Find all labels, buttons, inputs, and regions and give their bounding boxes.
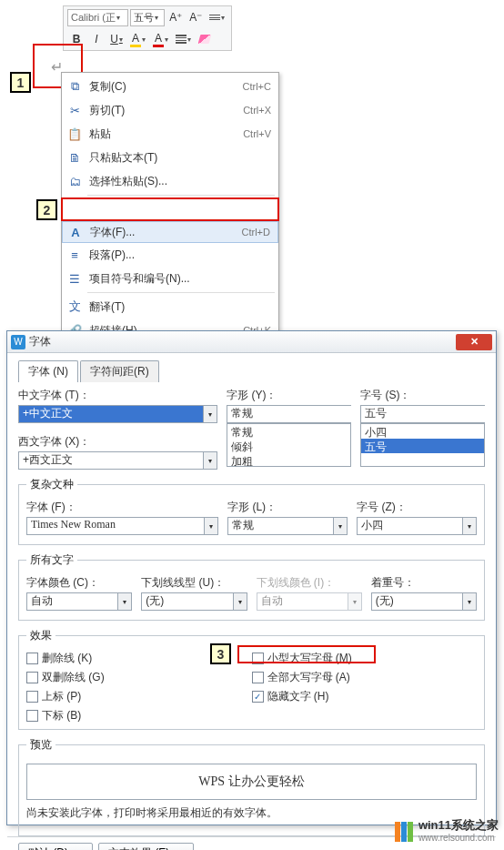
- watermark-logo-icon: [395, 822, 413, 842]
- allcaps-checkbox[interactable]: 全部大写字母 (A): [252, 670, 478, 685]
- underline-style-label: 下划线线型 (U)：: [141, 575, 247, 591]
- font-name-value: Calibri (正: [71, 11, 116, 25]
- font-a-icon: A: [68, 225, 83, 239]
- watermark-brand: win11系统之家: [418, 819, 499, 832]
- menu-font[interactable]: A 字体(F)... Ctrl+D: [62, 221, 278, 243]
- size-list[interactable]: 小四 五号: [360, 423, 485, 467]
- dialog-titlebar: W 字体 ✕: [7, 331, 496, 353]
- font-size-value: 五号: [134, 11, 154, 25]
- western-font-label: 西文字体 (X)：: [18, 434, 217, 450]
- align-icon: [176, 35, 186, 44]
- chevron-down-icon: ▾: [203, 405, 217, 423]
- complex-scripts-group: 复杂文种 字体 (F)： Times New Roman▾ 字形 (L)： 常规…: [18, 477, 485, 545]
- paragraph-icon: ≡: [67, 248, 82, 262]
- underline-style-combo[interactable]: (无)▾: [141, 592, 247, 611]
- hidden-text-checkbox[interactable]: ✓隐藏文字 (H): [252, 689, 478, 704]
- complex-font-combo[interactable]: Times New Roman▾: [26, 517, 218, 535]
- complex-font-label: 字体 (F)：: [26, 500, 218, 515]
- menu-paragraph[interactable]: ≡ 段落(P)...: [62, 243, 278, 267]
- default-button[interactable]: 默认 (D)...▾: [18, 843, 93, 850]
- scissors-icon: ✂: [67, 103, 82, 117]
- superscript-checkbox[interactable]: 上标 (P): [26, 689, 252, 704]
- list-icon: ☰: [67, 271, 82, 286]
- menu-paste-special[interactable]: 🗂 选择性粘贴(S)...: [62, 169, 278, 193]
- western-font-value: +西文正文: [18, 451, 203, 470]
- app-icon: W: [11, 335, 25, 349]
- watermark-url: www.relsound.com: [418, 832, 499, 845]
- highlight-button[interactable]: A▾: [127, 30, 148, 48]
- style-list[interactable]: 常规 倾斜 加粗: [227, 423, 351, 467]
- dialog-title: 字体: [29, 334, 51, 349]
- menu-paste-special-label: 选择性粘贴(S)...: [89, 174, 167, 189]
- step3-highlight: [237, 645, 376, 663]
- watermark: win11系统之家 www.relsound.com: [395, 819, 499, 845]
- all-text-group: 所有文字 字体颜色 (C)： 自动▾ 下划线线型 (U)： (无)▾ 下划线颜色…: [18, 552, 485, 621]
- preview-legend: 预览: [26, 737, 55, 753]
- alltext-legend: 所有文字: [26, 552, 77, 568]
- font-size-combo[interactable]: 五号▾: [130, 9, 165, 26]
- emphasis-label: 着重号：: [371, 575, 477, 591]
- menu-font-shortcut: Ctrl+D: [242, 227, 270, 238]
- menu-paste-shortcut: Ctrl+V: [243, 128, 271, 139]
- italic-button[interactable]: I: [87, 30, 106, 48]
- style-label: 字形 (Y)：: [227, 388, 351, 403]
- font-name-combo[interactable]: Calibri (正▾: [67, 9, 128, 26]
- shrink-font-button[interactable]: A⁻: [186, 8, 205, 26]
- menu-paste[interactable]: 📋 粘贴 Ctrl+V: [62, 122, 278, 146]
- underline-color-label: 下划线颜色 (I)：: [257, 575, 362, 591]
- menu-copy[interactable]: ⧉ 复制(C) Ctrl+C: [62, 75, 278, 98]
- menu-bullets[interactable]: ☰ 项目符号和编号(N)...: [62, 267, 278, 290]
- align-button[interactable]: ▾: [173, 30, 194, 48]
- line-spacing-icon: [209, 15, 220, 20]
- underline-color-combo: 自动▾: [257, 592, 362, 611]
- paste-special-icon: 🗂: [67, 174, 82, 188]
- font-dialog: W 字体 ✕ 字体 (N) 字符间距(R) 中文字体 (T)： +中文正文 ▾ …: [6, 330, 497, 825]
- clipboard-icon: 📋: [67, 126, 82, 141]
- menu-paragraph-label: 段落(P)...: [89, 248, 135, 263]
- tab-spacing[interactable]: 字符间距(R): [80, 360, 159, 382]
- clear-format-button[interactable]: [196, 30, 214, 48]
- font-color-label: 字体颜色 (C)：: [26, 575, 132, 591]
- step2-badge: 2: [36, 199, 57, 220]
- complex-style-label: 字形 (L)：: [227, 500, 348, 515]
- text-effect-button[interactable]: 文本效果 (E)...▾: [98, 843, 194, 850]
- chinese-font-label: 中文字体 (T)：: [18, 388, 217, 403]
- close-button[interactable]: ✕: [456, 334, 492, 350]
- menu-translate-label: 翻译(T): [89, 299, 125, 315]
- step2-highlight: [61, 197, 279, 221]
- size-label: 字号 (S)：: [360, 388, 485, 403]
- western-font-combo[interactable]: +西文正文 ▾: [18, 451, 217, 470]
- complex-style-combo[interactable]: 常规▾: [227, 517, 348, 535]
- size-input[interactable]: 五号: [360, 405, 485, 423]
- underline-button[interactable]: U▾: [107, 30, 126, 48]
- menu-font-label: 字体(F)...: [90, 225, 135, 240]
- step1-badge: 1: [10, 72, 31, 93]
- complex-size-combo[interactable]: 小四▾: [357, 517, 477, 535]
- paste-plain-icon: 🗎: [67, 150, 82, 165]
- font-color-button[interactable]: A▾: [150, 30, 171, 48]
- double-strike-checkbox[interactable]: 双删除线 (G): [26, 670, 252, 685]
- subscript-checkbox[interactable]: 下标 (B): [26, 708, 252, 724]
- mini-toolbar: Calibri (正▾ 五号▾ A⁺ A⁻ ▾ B I U▾ A▾ A▾ ▾: [63, 5, 232, 51]
- menu-cut[interactable]: ✂ 剪切(T) Ctrl+X: [62, 98, 278, 122]
- grow-font-button[interactable]: A⁺: [166, 8, 185, 26]
- emphasis-combo[interactable]: (无)▾: [371, 592, 477, 611]
- tab-font[interactable]: 字体 (N): [18, 360, 78, 382]
- preview-text: WPS 让办公更轻松: [26, 764, 477, 800]
- menu-cut-shortcut: Ctrl+X: [243, 105, 271, 116]
- chinese-font-value: +中文正文: [18, 405, 203, 423]
- menu-copy-shortcut: Ctrl+C: [243, 81, 271, 92]
- menu-translate[interactable]: 文 翻译(T): [62, 295, 278, 319]
- effects-legend: 效果: [26, 628, 55, 643]
- style-input[interactable]: 常规: [227, 405, 351, 423]
- complex-size-label: 字号 (Z)：: [357, 500, 477, 515]
- menu-paste-plain[interactable]: 🗎 只粘贴文本(T): [62, 146, 278, 169]
- menu-cut-label: 剪切(T): [89, 103, 125, 118]
- font-color-combo[interactable]: 自动▾: [26, 592, 132, 611]
- complex-legend: 复杂文种: [26, 477, 77, 492]
- chevron-down-icon: ▾: [203, 451, 217, 470]
- line-spacing-button[interactable]: ▾: [207, 8, 227, 26]
- chinese-font-combo[interactable]: +中文正文 ▾: [18, 405, 217, 423]
- menu-bullets-label: 项目符号和编号(N)...: [89, 271, 190, 287]
- copy-icon: ⧉: [67, 79, 82, 94]
